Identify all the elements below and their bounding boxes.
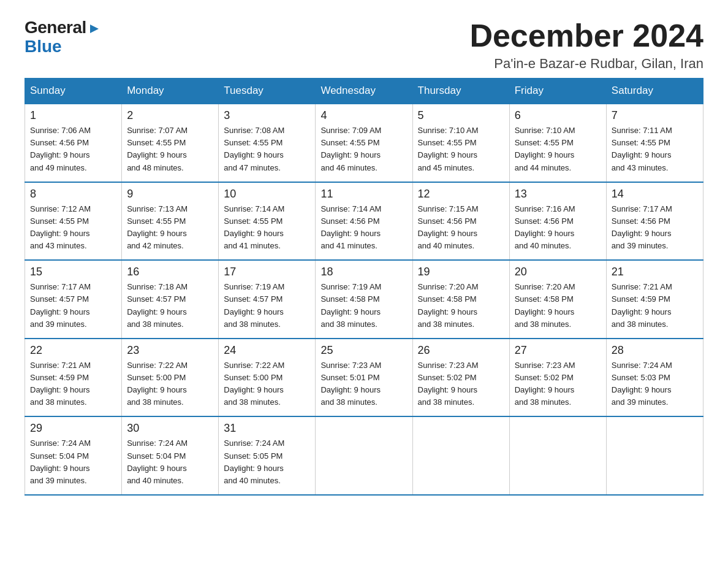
- day-info: Sunrise: 7:23 AM Sunset: 5:01 PM Dayligh…: [320, 359, 407, 409]
- day-info: Sunrise: 7:24 AM Sunset: 5:03 PM Dayligh…: [612, 359, 698, 409]
- calendar-cell: 17 Sunrise: 7:19 AM Sunset: 4:57 PM Dayl…: [219, 260, 316, 339]
- calendar-cell: 18 Sunrise: 7:19 AM Sunset: 4:58 PM Dayl…: [316, 260, 412, 339]
- day-info: Sunrise: 7:09 AM Sunset: 4:55 PM Dayligh…: [320, 124, 407, 174]
- calendar-cell: 5 Sunrise: 7:10 AM Sunset: 4:55 PM Dayli…: [412, 104, 509, 182]
- day-info: Sunrise: 7:14 AM Sunset: 4:56 PM Dayligh…: [320, 203, 407, 253]
- day-number: 20: [515, 266, 601, 278]
- day-number: 5: [418, 109, 504, 122]
- day-info: Sunrise: 7:12 AM Sunset: 4:55 PM Dayligh…: [30, 203, 116, 253]
- calendar-cell: 3 Sunrise: 7:08 AM Sunset: 4:55 PM Dayli…: [219, 104, 316, 182]
- calendar-cell: [316, 416, 412, 495]
- day-info: Sunrise: 7:21 AM Sunset: 4:59 PM Dayligh…: [612, 281, 698, 331]
- calendar-cell: 13 Sunrise: 7:16 AM Sunset: 4:56 PM Dayl…: [509, 182, 606, 261]
- calendar-cell: [412, 416, 509, 495]
- title-block: December 2024 Pa'in-e Bazar-e Rudbar, Gi…: [469, 18, 703, 72]
- header-wednesday: Wednesday: [316, 79, 412, 104]
- day-number: 8: [30, 188, 116, 201]
- logo-general-text: General: [25, 18, 101, 37]
- calendar-cell: 23 Sunrise: 7:22 AM Sunset: 5:00 PM Dayl…: [122, 339, 219, 417]
- calendar-week-row: 22 Sunrise: 7:21 AM Sunset: 4:59 PM Dayl…: [25, 339, 703, 417]
- calendar-cell: 4 Sunrise: 7:09 AM Sunset: 4:55 PM Dayli…: [316, 104, 412, 182]
- day-info: Sunrise: 7:20 AM Sunset: 4:58 PM Dayligh…: [418, 281, 504, 331]
- day-number: 21: [612, 266, 698, 278]
- calendar-cell: 14 Sunrise: 7:17 AM Sunset: 4:56 PM Dayl…: [606, 182, 703, 261]
- day-info: Sunrise: 7:10 AM Sunset: 4:55 PM Dayligh…: [418, 124, 504, 174]
- day-info: Sunrise: 7:13 AM Sunset: 4:55 PM Dayligh…: [127, 203, 213, 253]
- day-info: Sunrise: 7:17 AM Sunset: 4:57 PM Dayligh…: [30, 281, 116, 331]
- day-info: Sunrise: 7:10 AM Sunset: 4:55 PM Dayligh…: [515, 124, 601, 174]
- day-info: Sunrise: 7:24 AM Sunset: 5:04 PM Dayligh…: [30, 437, 116, 487]
- header-friday: Friday: [509, 79, 606, 104]
- day-number: 3: [224, 109, 310, 122]
- header-tuesday: Tuesday: [219, 79, 316, 104]
- day-info: Sunrise: 7:19 AM Sunset: 4:57 PM Dayligh…: [224, 281, 310, 331]
- calendar-cell: 28 Sunrise: 7:24 AM Sunset: 5:03 PM Dayl…: [606, 339, 703, 417]
- weekday-header-row: Sunday Monday Tuesday Wednesday Thursday…: [25, 79, 703, 104]
- calendar-cell: 15 Sunrise: 7:17 AM Sunset: 4:57 PM Dayl…: [25, 260, 122, 339]
- day-number: 16: [127, 266, 213, 278]
- calendar-cell: 9 Sunrise: 7:13 AM Sunset: 4:55 PM Dayli…: [122, 182, 219, 261]
- day-number: 27: [515, 344, 601, 357]
- calendar-week-row: 15 Sunrise: 7:17 AM Sunset: 4:57 PM Dayl…: [25, 260, 703, 339]
- day-number: 28: [612, 344, 698, 357]
- day-info: Sunrise: 7:23 AM Sunset: 5:02 PM Dayligh…: [515, 359, 601, 409]
- day-number: 1: [30, 109, 116, 122]
- day-number: 17: [224, 266, 310, 278]
- day-number: 10: [224, 188, 310, 201]
- calendar-table: Sunday Monday Tuesday Wednesday Thursday…: [25, 78, 703, 496]
- day-info: Sunrise: 7:19 AM Sunset: 4:58 PM Dayligh…: [320, 281, 407, 331]
- header-sunday: Sunday: [25, 79, 122, 104]
- calendar-cell: 2 Sunrise: 7:07 AM Sunset: 4:55 PM Dayli…: [122, 104, 219, 182]
- header-saturday: Saturday: [606, 79, 703, 104]
- day-number: 15: [30, 266, 116, 278]
- day-number: 9: [127, 188, 213, 201]
- day-number: 13: [515, 188, 601, 201]
- day-number: 2: [127, 109, 213, 122]
- day-number: 6: [515, 109, 601, 122]
- calendar-cell: 6 Sunrise: 7:10 AM Sunset: 4:55 PM Dayli…: [509, 104, 606, 182]
- location-title: Pa'in-e Bazar-e Rudbar, Gilan, Iran: [469, 56, 703, 72]
- day-number: 31: [224, 422, 310, 435]
- day-info: Sunrise: 7:15 AM Sunset: 4:56 PM Dayligh…: [418, 203, 504, 253]
- day-info: Sunrise: 7:23 AM Sunset: 5:02 PM Dayligh…: [418, 359, 504, 409]
- calendar-cell: 26 Sunrise: 7:23 AM Sunset: 5:02 PM Dayl…: [412, 339, 509, 417]
- calendar-cell: 29 Sunrise: 7:24 AM Sunset: 5:04 PM Dayl…: [25, 416, 122, 495]
- calendar-cell: 24 Sunrise: 7:22 AM Sunset: 5:00 PM Dayl…: [219, 339, 316, 417]
- calendar-cell: 21 Sunrise: 7:21 AM Sunset: 4:59 PM Dayl…: [606, 260, 703, 339]
- day-number: 14: [612, 188, 698, 201]
- calendar-cell: [509, 416, 606, 495]
- calendar-cell: 22 Sunrise: 7:21 AM Sunset: 4:59 PM Dayl…: [25, 339, 122, 417]
- header-monday: Monday: [122, 79, 219, 104]
- day-info: Sunrise: 7:18 AM Sunset: 4:57 PM Dayligh…: [127, 281, 213, 331]
- day-info: Sunrise: 7:22 AM Sunset: 5:00 PM Dayligh…: [224, 359, 310, 409]
- svg-marker-0: [90, 25, 99, 33]
- day-number: 11: [320, 188, 407, 201]
- calendar-cell: [606, 416, 703, 495]
- day-info: Sunrise: 7:06 AM Sunset: 4:56 PM Dayligh…: [30, 124, 116, 174]
- day-info: Sunrise: 7:17 AM Sunset: 4:56 PM Dayligh…: [612, 203, 698, 253]
- day-number: 18: [320, 266, 407, 278]
- day-info: Sunrise: 7:14 AM Sunset: 4:55 PM Dayligh…: [224, 203, 310, 253]
- calendar-cell: 8 Sunrise: 7:12 AM Sunset: 4:55 PM Dayli…: [25, 182, 122, 261]
- calendar-cell: 31 Sunrise: 7:24 AM Sunset: 5:05 PM Dayl…: [219, 416, 316, 495]
- calendar-week-row: 29 Sunrise: 7:24 AM Sunset: 5:04 PM Dayl…: [25, 416, 703, 495]
- day-info: Sunrise: 7:08 AM Sunset: 4:55 PM Dayligh…: [224, 124, 310, 174]
- day-number: 22: [30, 344, 116, 357]
- calendar-cell: 19 Sunrise: 7:20 AM Sunset: 4:58 PM Dayl…: [412, 260, 509, 339]
- day-info: Sunrise: 7:24 AM Sunset: 5:04 PM Dayligh…: [127, 437, 213, 487]
- calendar-cell: 1 Sunrise: 7:06 AM Sunset: 4:56 PM Dayli…: [25, 104, 122, 182]
- day-number: 19: [418, 266, 504, 278]
- day-number: 7: [612, 109, 698, 122]
- calendar-cell: 7 Sunrise: 7:11 AM Sunset: 4:55 PM Dayli…: [606, 104, 703, 182]
- calendar-week-row: 8 Sunrise: 7:12 AM Sunset: 4:55 PM Dayli…: [25, 182, 703, 261]
- day-info: Sunrise: 7:11 AM Sunset: 4:55 PM Dayligh…: [612, 124, 698, 174]
- calendar-cell: 16 Sunrise: 7:18 AM Sunset: 4:57 PM Dayl…: [122, 260, 219, 339]
- page-header: General Blue December 2024 Pa'in-e Bazar…: [25, 18, 703, 72]
- day-number: 4: [320, 109, 407, 122]
- day-number: 24: [224, 344, 310, 357]
- day-info: Sunrise: 7:24 AM Sunset: 5:05 PM Dayligh…: [224, 437, 310, 487]
- day-info: Sunrise: 7:22 AM Sunset: 5:00 PM Dayligh…: [127, 359, 213, 409]
- day-number: 25: [320, 344, 407, 357]
- logo-blue-text: Blue: [25, 37, 101, 56]
- day-info: Sunrise: 7:20 AM Sunset: 4:58 PM Dayligh…: [515, 281, 601, 331]
